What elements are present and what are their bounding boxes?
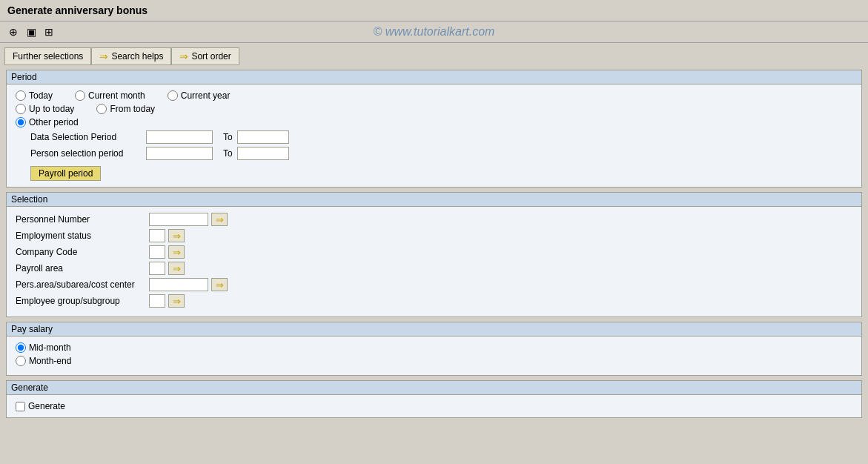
pers-area-input[interactable]: [149, 278, 208, 291]
page-title: Generate anniversary bonus: [7, 4, 148, 16]
period-body: Today Current month Current year Up to t…: [7, 84, 861, 187]
payroll-area-row: Payroll area ⇒: [16, 262, 852, 275]
tab-sort-order[interactable]: ⇒ Sort order: [171, 47, 239, 65]
payroll-area-input[interactable]: [149, 262, 165, 275]
period-row-2: Up to today From today: [16, 104, 852, 114]
employee-group-row: Employee group/subgroup ⇒: [16, 294, 852, 308]
pers-area-label: Pers.area/subarea/cost center: [16, 279, 149, 290]
radio-month-end-input[interactable]: [16, 356, 26, 366]
generate-checkbox-label: Generate: [28, 401, 65, 411]
period-section: Period Today Current month Current year: [6, 70, 862, 188]
search-helps-arrow-icon: ⇒: [99, 50, 108, 62]
radio-from-today-input[interactable]: [96, 104, 107, 114]
employment-status-arrow-button[interactable]: ⇒: [168, 229, 185, 242]
period-row-3: Other period: [16, 117, 852, 127]
tab-bar: Further selections ⇒ Search helps ⇒ Sort…: [0, 43, 868, 65]
radio-month-end[interactable]: Month-end: [16, 356, 71, 366]
payroll-period-button[interactable]: Payroll period: [30, 166, 101, 181]
company-code-row: Company Code ⇒: [16, 245, 852, 259]
radio-up-to-today-label: Up to today: [29, 104, 74, 114]
radio-today[interactable]: Today: [16, 90, 53, 101]
personnel-number-input[interactable]: [149, 213, 208, 226]
radio-current-month-label: Current month: [88, 90, 145, 101]
company-code-arrow-button[interactable]: ⇒: [168, 245, 185, 259]
company-code-input[interactable]: [149, 245, 165, 259]
person-selection-period-label: Person selection period: [30, 148, 142, 159]
company-code-arrow-icon: ⇒: [173, 247, 181, 258]
main-content: Period Today Current month Current year: [0, 65, 868, 422]
personnel-number-label: Personnel Number: [16, 214, 149, 225]
period-row-1: Today Current month Current year: [16, 90, 852, 101]
sort-order-arrow-icon: ⇒: [179, 50, 188, 62]
print-icon[interactable]: ⊞: [42, 24, 56, 39]
search-helps-label: Search helps: [111, 51, 163, 62]
toolbar: ⊕ ▣ ⊞ © www.tutorialkart.com: [0, 21, 868, 43]
radio-from-today[interactable]: From today: [96, 104, 155, 114]
employee-group-arrow-icon: ⇒: [173, 296, 181, 307]
radio-other-period-label: Other period: [29, 117, 79, 127]
generate-checkbox-row: Generate: [16, 401, 852, 411]
tab-further-selections[interactable]: Further selections: [4, 47, 91, 65]
personnel-number-arrow-button[interactable]: ⇒: [211, 213, 228, 226]
watermark: © www.tutorialkart.com: [374, 25, 495, 39]
radio-other-period[interactable]: Other period: [16, 117, 79, 127]
radio-current-year[interactable]: Current year: [168, 90, 231, 101]
data-selection-period-to-label: To: [223, 132, 233, 142]
radio-month-end-label: Month-end: [29, 356, 71, 366]
period-header: Period: [7, 70, 861, 84]
pay-salary-row: Mid-month: [16, 342, 852, 353]
employment-status-input[interactable]: [149, 229, 165, 242]
radio-current-year-input[interactable]: [168, 90, 178, 101]
pay-salary-header: Pay salary: [7, 322, 861, 337]
employee-group-arrow-button[interactable]: ⇒: [168, 294, 185, 308]
radio-current-month-input[interactable]: [75, 90, 85, 101]
navigate-icon[interactable]: ⊕: [6, 24, 21, 39]
person-selection-period-row: Person selection period To: [30, 147, 852, 160]
personnel-number-arrow-icon: ⇒: [216, 214, 224, 225]
employment-status-row: Employment status ⇒: [16, 229, 852, 242]
payroll-area-arrow-button[interactable]: ⇒: [168, 262, 185, 275]
radio-mid-month-label: Mid-month: [29, 342, 71, 353]
pers-area-arrow-icon: ⇒: [216, 279, 224, 291]
person-selection-period-to-input[interactable]: [237, 147, 289, 160]
data-selection-period-label: Data Selection Period: [30, 132, 142, 142]
data-selection-period-row: Data Selection Period To: [30, 130, 852, 144]
generate-body: Generate: [7, 395, 861, 417]
generate-section: Generate Generate: [6, 380, 862, 418]
pers-area-row: Pers.area/subarea/cost center ⇒: [16, 278, 852, 291]
person-selection-period-from-input[interactable]: [146, 147, 213, 160]
selection-body: Personnel Number ⇒ Employment status ⇒ C…: [7, 207, 861, 316]
company-code-label: Company Code: [16, 247, 149, 257]
sort-order-label: Sort order: [191, 51, 231, 62]
employment-status-label: Employment status: [16, 231, 149, 241]
employee-group-label: Employee group/subgroup: [16, 296, 149, 306]
payroll-area-arrow-icon: ⇒: [173, 263, 181, 274]
radio-up-to-today-input[interactable]: [16, 104, 26, 114]
further-selections-label: Further selections: [13, 51, 83, 62]
selection-section: Selection Personnel Number ⇒ Employment …: [6, 192, 862, 317]
pay-salary-section: Pay salary Mid-month Month-end: [6, 322, 862, 376]
data-selection-period-from-input[interactable]: [146, 130, 213, 144]
radio-up-to-today[interactable]: Up to today: [16, 104, 74, 114]
radio-today-input[interactable]: [16, 90, 26, 101]
radio-mid-month[interactable]: Mid-month: [16, 342, 71, 353]
pers-area-arrow-button[interactable]: ⇒: [211, 278, 228, 291]
radio-mid-month-input[interactable]: [16, 342, 26, 353]
save-icon[interactable]: ▣: [24, 24, 39, 39]
radio-other-period-input[interactable]: [16, 117, 26, 127]
radio-current-year-label: Current year: [181, 90, 231, 101]
tab-search-helps[interactable]: ⇒ Search helps: [91, 47, 171, 65]
generate-header: Generate: [7, 381, 861, 395]
employee-group-input[interactable]: [149, 294, 165, 308]
radio-from-today-label: From today: [110, 104, 155, 114]
pay-salary-row-2: Month-end: [16, 356, 852, 366]
radio-today-label: Today: [29, 90, 53, 101]
person-selection-period-to-label: To: [223, 148, 233, 159]
generate-checkbox[interactable]: [16, 402, 25, 411]
personnel-number-row: Personnel Number ⇒: [16, 213, 852, 226]
pay-salary-body: Mid-month Month-end: [7, 337, 861, 375]
data-selection-period-to-input[interactable]: [237, 130, 289, 144]
radio-current-month[interactable]: Current month: [75, 90, 145, 101]
title-bar: Generate anniversary bonus: [0, 0, 868, 21]
employment-status-arrow-icon: ⇒: [173, 231, 181, 242]
